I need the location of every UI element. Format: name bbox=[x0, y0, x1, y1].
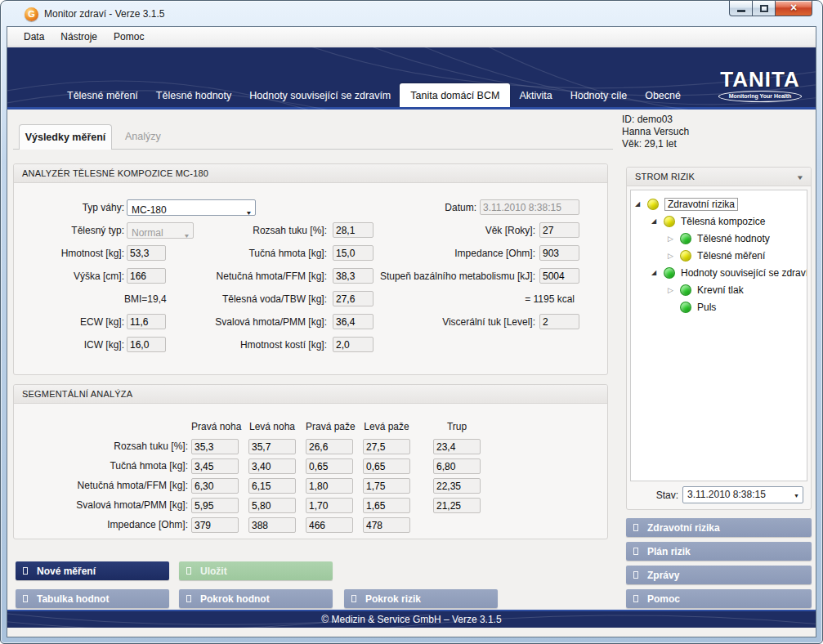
seg-fatmass-right-leg[interactable] bbox=[191, 458, 239, 474]
seg-imp-right-arm[interactable] bbox=[306, 517, 353, 533]
subtab-analyzy[interactable]: Analýzy bbox=[125, 131, 161, 142]
zpravy-button[interactable]: Zprávy bbox=[626, 566, 812, 584]
zdravotni-rizika-button[interactable]: Zdravotní rizika bbox=[626, 518, 812, 537]
stav-label: Stav: bbox=[656, 490, 678, 501]
tab-hodnoty-cile[interactable]: Hodnoty cíle bbox=[561, 85, 636, 107]
tab-obecne[interactable]: Obecné bbox=[636, 85, 690, 107]
seg-pmm-right-leg[interactable] bbox=[191, 498, 239, 513]
seg-fatmass-left-leg[interactable] bbox=[248, 458, 296, 474]
seg-fatmass-left-arm[interactable] bbox=[363, 458, 410, 474]
chevron-down-icon: ▼ bbox=[794, 493, 799, 499]
footer-copyright: © Medizin & Service GmbH – Verze 3.1.5 bbox=[321, 614, 501, 625]
seg-fat-left-arm[interactable] bbox=[363, 439, 410, 454]
seg-pmm-left-arm[interactable] bbox=[363, 498, 410, 513]
tree-collapsed-icon[interactable]: ▷ bbox=[668, 252, 680, 260]
seg-fat-right-arm[interactable] bbox=[306, 439, 353, 454]
tree-expanded-icon[interactable]: ◢ bbox=[635, 200, 647, 208]
tree-expanded-icon[interactable]: ◢ bbox=[651, 217, 664, 225]
seg-ffm-left-leg[interactable] bbox=[248, 478, 296, 494]
ecw-field[interactable] bbox=[127, 314, 166, 329]
window-title: Monitor zdraví - Verze 3.1.5 bbox=[44, 8, 164, 20]
hmotnost-kosti-label: Hmotnost kostí [kg]: bbox=[161, 337, 327, 353]
tab-telesne-mereni[interactable]: Tělesné měření bbox=[58, 85, 147, 107]
close-button[interactable]: × bbox=[775, 1, 812, 16]
datum-field[interactable] bbox=[480, 199, 579, 215]
seg-imp-left-leg[interactable] bbox=[248, 517, 296, 533]
tree-collapsed-icon[interactable]: ▷ bbox=[668, 235, 680, 243]
pokrok-rizik-button[interactable]: Pokrok rizik bbox=[344, 589, 498, 608]
seg-fatmass-trunk[interactable] bbox=[433, 458, 481, 474]
kcal-value: = 1195 kcal bbox=[472, 291, 575, 307]
plan-rizik-button[interactable]: Plán rizik bbox=[626, 542, 812, 561]
vek-field[interactable] bbox=[539, 222, 579, 238]
impedance-field[interactable] bbox=[539, 245, 579, 261]
telesna-voda-field[interactable] bbox=[333, 291, 373, 306]
minimize-button[interactable] bbox=[729, 1, 753, 16]
hmotnost-kosti-field[interactable] bbox=[333, 337, 373, 352]
menu-nastroje[interactable]: Nástroje bbox=[52, 29, 105, 45]
ulozit-button[interactable]: Uložit bbox=[179, 561, 333, 580]
table-row: Rozsah tuku [%]: bbox=[14, 439, 607, 455]
risk-tree-panel: STROM RIZIK ▼ ◢ Zdravotní rizika ◢ Těles… bbox=[626, 167, 812, 510]
bazalni-metabolismus-field[interactable] bbox=[539, 268, 579, 284]
typ-vahy-select[interactable]: MC-180 ▼ bbox=[127, 199, 256, 216]
minimize-icon bbox=[737, 10, 745, 12]
tree-item-telesna-kompozice[interactable]: ◢ Tělesná kompozice bbox=[631, 212, 807, 230]
seg-imp-left-arm[interactable] bbox=[363, 517, 410, 533]
visceralni-tuk-field[interactable] bbox=[539, 314, 579, 329]
subtab-vysledky-mereni[interactable]: Výsledky měření bbox=[19, 124, 112, 150]
tree-item-puls[interactable]: Puls bbox=[631, 298, 807, 315]
tree-item-zdravotni-rizika[interactable]: ◢ Zdravotní rizika bbox=[631, 195, 807, 212]
panel-collapse-icon[interactable]: ▼ bbox=[796, 174, 805, 181]
maximize-button[interactable] bbox=[752, 1, 776, 16]
seg-fat-right-leg[interactable] bbox=[191, 439, 239, 454]
tree-expanded-icon[interactable]: ◢ bbox=[651, 269, 664, 276]
button-bullet-icon bbox=[633, 524, 638, 531]
seg-fatmass-right-arm[interactable] bbox=[306, 458, 353, 474]
tab-hodnoty-souvisejici[interactable]: Hodnoty související se zdravím bbox=[240, 85, 400, 107]
seg-ffm-right-leg[interactable] bbox=[191, 478, 239, 494]
tree-item-telesne-mereni[interactable]: ▷ Tělesné měření bbox=[631, 247, 807, 264]
menu-bar: Data Nástroje Pomoc bbox=[7, 27, 816, 47]
hmotnost-field[interactable] bbox=[127, 245, 166, 261]
tree-item-krevni-tlak[interactable]: ▷ Krevní tlak bbox=[631, 281, 807, 298]
netucna-hmota-label: Netučná hmota/FFM [kg]: bbox=[161, 268, 327, 284]
risk-tree-title[interactable]: STROM RIZIK ▼ bbox=[627, 168, 811, 186]
menu-data[interactable]: Data bbox=[16, 29, 52, 45]
col-trup: Trup bbox=[433, 421, 481, 432]
pomoc-button[interactable]: Pomoc bbox=[626, 589, 812, 608]
button-bullet-icon bbox=[23, 567, 28, 575]
button-bullet-icon bbox=[186, 567, 191, 575]
tree-item-telesne-hodnoty[interactable]: ▷ Tělesné hodnoty bbox=[631, 230, 807, 247]
tree-item-hodnoty-souvisejici[interactable]: ◢ Hodnoty související se zdravím bbox=[631, 264, 807, 281]
tabulka-hodnot-button[interactable]: Tabulka hodnot bbox=[16, 589, 169, 608]
analyzer-panel-title: ANALYZÉR TĚLESNÉ KOMPOZICE MC-180 bbox=[14, 164, 607, 183]
risk-status-icon bbox=[664, 267, 675, 279]
tab-telesne-hodnoty[interactable]: Tělesné hodnoty bbox=[147, 85, 240, 107]
risk-status-icon bbox=[664, 216, 675, 227]
seg-imp-right-leg[interactable] bbox=[191, 517, 239, 533]
title-bar[interactable]: G Monitor zdraví - Verze 3.1.5 × bbox=[1, 1, 822, 26]
risk-status-icon bbox=[647, 199, 659, 210]
seg-fat-trunk[interactable] bbox=[433, 439, 481, 454]
seg-fat-left-leg[interactable] bbox=[248, 439, 296, 454]
stav-select[interactable]: 3.11.2010 8:38:15 ▼ bbox=[682, 486, 803, 503]
icw-field[interactable] bbox=[127, 337, 166, 352]
vyska-field[interactable] bbox=[127, 268, 166, 284]
seg-pmm-right-arm[interactable] bbox=[306, 498, 353, 513]
typ-vahy-label: Typ váhy: bbox=[14, 199, 124, 216]
seg-ffm-right-arm[interactable] bbox=[306, 478, 353, 494]
tab-tanita-domaci-bcm[interactable]: Tanita domácí BCM bbox=[400, 83, 510, 107]
seg-pmm-trunk[interactable] bbox=[433, 498, 481, 513]
tree-collapsed-icon[interactable]: ▷ bbox=[668, 286, 680, 294]
menu-pomoc[interactable]: Pomoc bbox=[105, 29, 152, 45]
pokrok-hodnot-button[interactable]: Pokrok hodnot bbox=[179, 589, 333, 608]
tucna-hmota-label: Tučná hmota [kg]: bbox=[161, 245, 327, 262]
seg-ffm-left-arm[interactable] bbox=[363, 478, 410, 494]
nove-mereni-button[interactable]: Nové měření bbox=[16, 561, 169, 580]
app-logo-icon: G bbox=[25, 7, 38, 21]
seg-ffm-trunk[interactable] bbox=[433, 478, 481, 494]
seg-pmm-left-leg[interactable] bbox=[248, 498, 296, 513]
tab-aktivita[interactable]: Aktivita bbox=[510, 85, 561, 107]
button-bullet-icon bbox=[23, 595, 28, 602]
